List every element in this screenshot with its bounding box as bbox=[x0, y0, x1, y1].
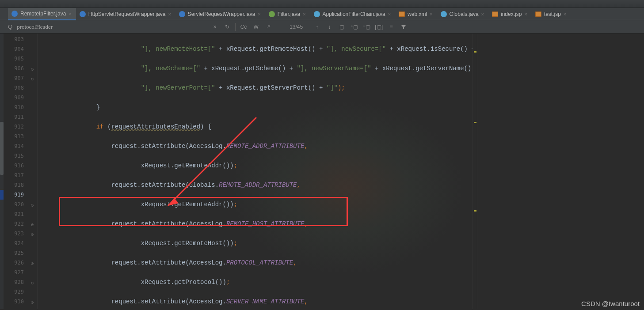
window-titlebar bbox=[0, 0, 644, 8]
match-case-button[interactable]: Cc bbox=[239, 23, 248, 31]
clear-search-button[interactable]: × bbox=[210, 23, 219, 31]
toggle-selection-button[interactable]: [▢] bbox=[374, 23, 383, 31]
marker[interactable] bbox=[474, 210, 476, 212]
close-tab-icon[interactable]: × bbox=[258, 11, 260, 17]
tab-webxml[interactable]: web.xml× bbox=[395, 8, 437, 20]
close-tab-icon[interactable]: × bbox=[168, 11, 171, 17]
gutter[interactable]: 903904905906⊖907⊖90890991091191291391491… bbox=[0, 34, 38, 309]
annotation-highlight-box bbox=[59, 197, 348, 226]
jsp-file-icon bbox=[535, 11, 541, 17]
select-all-button[interactable]: ▢ bbox=[337, 23, 346, 31]
marker[interactable] bbox=[474, 51, 476, 53]
close-tab-icon[interactable]: × bbox=[564, 11, 566, 17]
close-tab-icon[interactable]: × bbox=[303, 11, 305, 17]
separator bbox=[235, 23, 236, 31]
java-class-icon bbox=[80, 11, 86, 17]
remove-selection-button[interactable]: ⁻▢ bbox=[362, 23, 371, 31]
tab-httpservletrequestwrapper[interactable]: HttpServletRequestWrapper.java× bbox=[76, 8, 175, 20]
tab-indexjsp[interactable]: index.jsp× bbox=[488, 8, 532, 20]
next-match-button[interactable]: ↓ bbox=[325, 23, 334, 31]
editor-tabs: RemoteIpFilter.java× HttpServletRequestW… bbox=[0, 8, 644, 20]
history-button[interactable]: ↻ bbox=[223, 23, 232, 31]
match-count: 13/45 bbox=[290, 24, 303, 30]
right-panel-empty bbox=[477, 34, 644, 309]
java-class-icon bbox=[179, 11, 185, 17]
whole-word-button[interactable]: W bbox=[252, 23, 260, 31]
tab-servletrequestwrapper[interactable]: ServletRequestWrapper.java× bbox=[175, 8, 265, 20]
code-content[interactable]: "], newRemoteHost=[" + xRequest.getRemot… bbox=[52, 34, 486, 310]
close-tab-icon[interactable]: × bbox=[524, 11, 527, 17]
java-class-icon bbox=[441, 11, 447, 17]
java-class-icon bbox=[11, 11, 18, 17]
filter-button[interactable] bbox=[399, 23, 408, 31]
close-tab-icon[interactable]: × bbox=[388, 11, 391, 17]
search-icon: Q bbox=[8, 23, 12, 30]
error-stripe[interactable] bbox=[473, 34, 477, 309]
marker[interactable] bbox=[474, 122, 476, 123]
indent-button[interactable]: ≡ bbox=[387, 23, 396, 31]
tab-remoteipfilter[interactable]: RemoteIpFilter.java× bbox=[8, 8, 76, 20]
watermark-text: CSDN @Iwanturoot bbox=[581, 300, 640, 307]
close-tab-icon[interactable]: × bbox=[69, 11, 71, 16]
tab-testjsp[interactable]: test.jsp× bbox=[532, 8, 571, 20]
find-toolbar: Q × ↻ Cc W ·* 13/45 ↑ ↓ ▢ ⁺▢ ⁻▢ [▢] ≡ bbox=[0, 20, 644, 34]
tab-applicationfilterchain[interactable]: ApplicationFilterChain.java× bbox=[310, 8, 396, 20]
regex-button[interactable]: ·* bbox=[264, 23, 273, 31]
close-tab-icon[interactable]: × bbox=[430, 11, 432, 17]
tab-globals[interactable]: Globals.java× bbox=[437, 8, 488, 20]
jsp-file-icon bbox=[492, 11, 498, 17]
editor-area[interactable]: 903904905906⊖907⊖90890991091191291391491… bbox=[0, 34, 644, 309]
tab-filter[interactable]: Filter.java× bbox=[265, 8, 310, 20]
search-input[interactable] bbox=[17, 23, 207, 30]
prev-match-button[interactable]: ↑ bbox=[312, 23, 321, 31]
java-interface-icon bbox=[269, 11, 275, 17]
add-selection-button[interactable]: ⁺▢ bbox=[350, 23, 358, 31]
java-class-icon bbox=[314, 11, 320, 17]
close-tab-icon[interactable]: × bbox=[481, 11, 484, 17]
xml-file-icon bbox=[399, 11, 405, 17]
